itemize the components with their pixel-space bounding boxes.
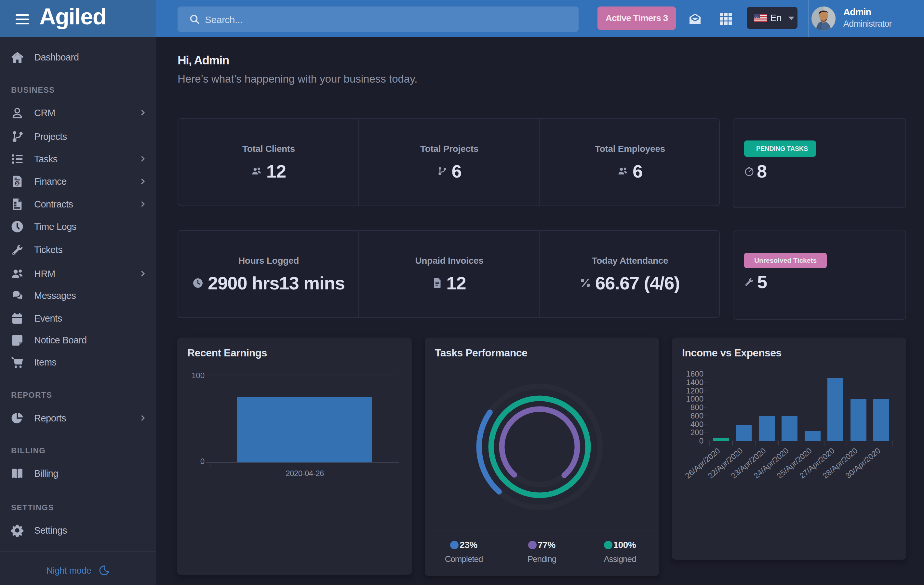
- svg-text:$: $: [16, 180, 19, 186]
